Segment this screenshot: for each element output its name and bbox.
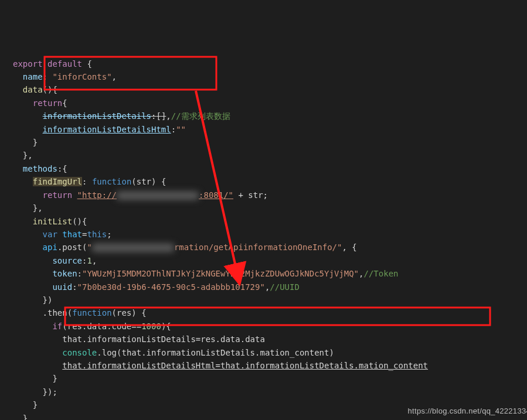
fn-findimgurl: findImgUrl — [33, 177, 82, 186]
kw-default: default — [47, 59, 82, 69]
str-url: "http:// — [77, 190, 117, 200]
redacted-host — [117, 192, 199, 200]
str-name: "inforConts" — [52, 72, 111, 81]
str-token: "YWUzMjI5MDM2OThlNTJkYjZkNGEwY2M2MjkzZDU… — [82, 269, 359, 278]
comment-list: //需求列表数据 — [171, 111, 230, 121]
str-uuid: "7b0be30d-19b6-4675-90c5-adabbb101729" — [77, 282, 265, 292]
prop-list-details: informationListDetails — [43, 111, 151, 121]
assign-details: that.informationListDetails=res.data.dat… — [62, 334, 265, 344]
prop-list-details-html: informationListDetailsHtml — [43, 125, 171, 134]
fn-initlist: initList — [33, 217, 72, 226]
fn-data: data — [23, 85, 43, 94]
assign-html: that.informationListDetailsHtml=that.inf… — [62, 361, 428, 370]
watermark: https://blog.csdn.net/qq_42221334 — [408, 405, 527, 418]
code-block: export default { name: "inforConts", dat… — [13, 57, 527, 420]
prop-name: name — [23, 72, 43, 81]
kw-return: return — [33, 98, 63, 108]
prop-methods: methods — [23, 164, 57, 173]
kw-export: export — [13, 59, 43, 69]
redacted-url — [92, 244, 174, 252]
